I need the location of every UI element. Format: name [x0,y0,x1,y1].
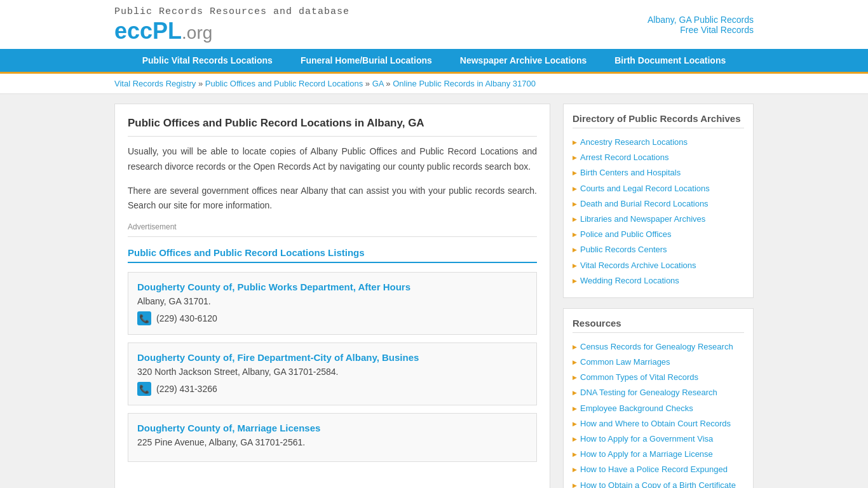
header-link-vital-records[interactable]: Free Vital Records [648,25,754,35]
sidebar-res-item-2: Common Types of Vital Records [573,370,744,385]
sidebar-res-item-5: How and Where to Obtain Court Records [573,416,744,431]
phone-icon-2: 📞 [137,382,151,396]
sidebar-res-link-3[interactable]: DNA Testing for Genealogy Research [580,387,717,398]
sidebar-dir-item-7: Public Records Centers [573,242,744,257]
listing-address-2: 320 North Jackson Street, Albany, GA 317… [137,367,527,377]
breadcrumb-sep3: » [386,79,393,88]
sidebar-res-item-0: Census Records for Genealogy Research [573,339,744,355]
sidebar-directory-list: Ancestry Research Locations Arrest Recor… [573,135,744,288]
main-container: Public Offices and Public Record Locatio… [0,94,868,488]
sidebar-dir-item-1: Arrest Record Locations [573,150,744,165]
tagline: Public Records Resources and database [114,6,349,17]
phone-number-1: (229) 430-6120 [156,313,217,323]
listing-name-1[interactable]: Dougherty County of, Public Works Depart… [137,281,527,292]
breadcrumb-sep2: » [365,79,372,88]
sidebar-res-item-4: Employee Background Checks [573,401,744,416]
sidebar-dir-item-4: Death and Burial Record Locations [573,196,744,212]
listing-address-3: 225 Pine Avenue, Albany, GA 31701-2561. [137,437,527,447]
sidebar-dir-link-5[interactable]: Libraries and Newspaper Archives [580,214,705,225]
sidebar-res-link-4[interactable]: Employee Background Checks [580,403,693,414]
nav-birth-document[interactable]: Birth Document Locations [600,49,740,72]
sidebar-dir-item-9: Wedding Record Locations [573,273,744,288]
listing-name-2[interactable]: Dougherty County of, Fire Department-Cit… [137,352,527,363]
logo-pl: PL [153,18,182,44]
sidebar-res-link-6[interactable]: How to Apply for a Government Visa [580,433,713,445]
breadcrumb-public-offices[interactable]: Public Offices and Public Record Locatio… [205,79,363,88]
sidebar-dir-link-6[interactable]: Police and Public Offices [580,229,672,240]
phone-icon-1: 📞 [137,311,151,325]
sidebar-res-link-2[interactable]: Common Types of Vital Records [580,372,698,383]
sidebar-dir-link-9[interactable]: Wedding Record Locations [580,275,679,287]
sidebar-directory-box: Directory of Public Records Archives Anc… [563,104,754,298]
breadcrumb-vital-registry[interactable]: Vital Records Registry [114,79,196,88]
sidebar-dir-item-2: Birth Centers and Hospitals [573,165,744,180]
listings-title: Public Offices and Public Record Locatio… [128,247,537,263]
header-link-public-records[interactable]: Albany, GA Public Records [648,15,754,25]
logo-area: Public Records Resources and database ec… [114,6,349,43]
content-area: Public Offices and Public Record Locatio… [114,104,550,488]
listing-card-2: Dougherty County of, Fire Department-Cit… [128,342,537,405]
listing-phone-2: 📞 (229) 431-3266 [137,382,527,396]
intro-paragraph-2: There are several government offices nea… [128,184,537,214]
sidebar-res-link-9[interactable]: How to Obtain a Copy of a Birth Certific… [580,480,736,488]
sidebar-res-item-8: How to Have a Police Record Expunged [573,462,744,477]
sidebar-res-link-1[interactable]: Common Law Marriages [580,356,670,368]
sidebar-res-item-3: DNA Testing for Genealogy Research [573,385,744,400]
ad-label: Advertisement [128,222,537,231]
logo[interactable]: eccPL.org [114,20,349,43]
sidebar-dir-item-5: Libraries and Newspaper Archives [573,212,744,227]
sidebar-res-link-7[interactable]: How to Apply for a Marriage License [580,449,713,460]
logo-org: .org [182,23,212,43]
header-links: Albany, GA Public Records Free Vital Rec… [648,15,754,35]
phone-number-2: (229) 431-3266 [156,384,217,394]
listing-card-1: Dougherty County of, Public Works Depart… [128,272,537,335]
sidebar-resources-title: Resources [573,318,744,333]
sidebar-dir-link-4[interactable]: Death and Burial Record Locations [580,198,709,210]
sidebar-res-item-1: Common Law Marriages [573,355,744,370]
sidebar-dir-item-0: Ancestry Research Locations [573,135,744,150]
breadcrumb: Vital Records Registry » Public Offices … [0,74,868,94]
intro-paragraph-1: Usually, you will be able to locate copi… [128,144,537,175]
nav-newspaper-archive[interactable]: Newspaper Archive Locations [446,49,600,72]
ad-divider [128,236,537,237]
main-nav: Public Vital Records Locations Funeral H… [0,49,868,72]
sidebar-res-link-8[interactable]: How to Have a Police Record Expunged [580,464,728,475]
sidebar-res-link-5[interactable]: How and Where to Obtain Court Records [580,418,731,430]
sidebar-dir-link-2[interactable]: Birth Centers and Hospitals [580,167,681,179]
breadcrumb-ga[interactable]: GA [372,79,384,88]
sidebar-res-item-7: How to Apply for a Marriage License [573,447,744,462]
sidebar-res-item-9: How to Obtain a Copy of a Birth Certific… [573,478,744,488]
sidebar-directory-title: Directory of Public Records Archives [573,113,744,128]
listing-name-3[interactable]: Dougherty County of, Marriage Licenses [137,423,527,433]
sidebar-dir-link-1[interactable]: Arrest Record Locations [580,152,668,163]
sidebar-res-link-0[interactable]: Census Records for Genealogy Research [580,341,733,353]
sidebar-dir-link-3[interactable]: Courts and Legal Record Locations [580,183,710,194]
sidebar-dir-link-8[interactable]: Vital Records Archive Locations [580,260,696,271]
sidebar-resources-box: Resources Census Records for Genealogy R… [563,308,754,488]
sidebar-dir-item-3: Courts and Legal Record Locations [573,181,744,196]
sidebar-dir-link-7[interactable]: Public Records Centers [580,244,667,255]
listing-address-1: Albany, GA 31701. [137,296,527,306]
logo-ecc: ecc [114,18,153,44]
listing-phone-1: 📞 (229) 430-6120 [137,311,527,325]
sidebar-dir-link-0[interactable]: Ancestry Research Locations [580,137,688,148]
sidebar-res-item-6: How to Apply for a Government Visa [573,431,744,447]
top-header: Public Records Resources and database ec… [0,0,868,49]
sidebar-dir-item-8: Vital Records Archive Locations [573,258,744,273]
sidebar-resources-list: Census Records for Genealogy Research Co… [573,339,744,488]
breadcrumb-albany[interactable]: Online Public Records in Albany 31700 [393,79,536,88]
breadcrumb-sep1: » [198,79,205,88]
nav-funeral-burial[interactable]: Funeral Home/Burial Locations [287,49,446,72]
nav-vital-records[interactable]: Public Vital Records Locations [128,49,287,72]
sidebar: Directory of Public Records Archives Anc… [563,104,754,488]
listing-card-3: Dougherty County of, Marriage Licenses 2… [128,413,537,462]
page-title: Public Offices and Public Record Locatio… [128,117,537,137]
sidebar-dir-item-6: Police and Public Offices [573,227,744,242]
